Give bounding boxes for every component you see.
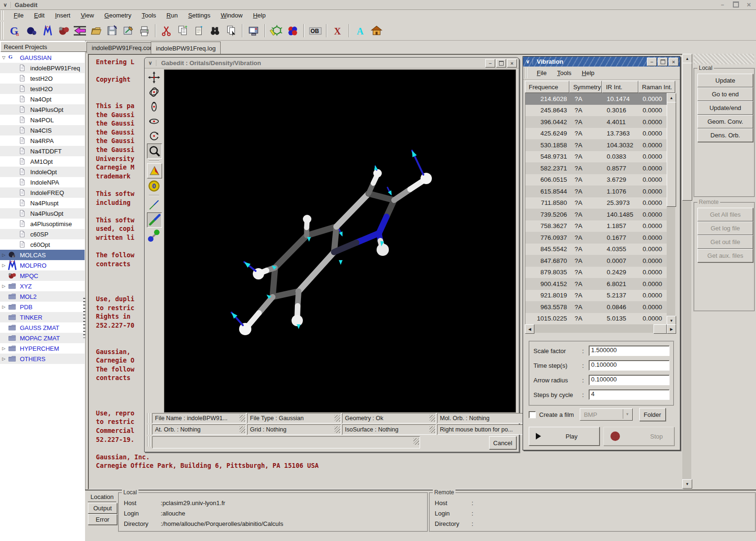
scale-factor-input[interactable]: 1.500000	[589, 346, 670, 356]
table-vscrollbar-thumb[interactable]	[667, 102, 676, 207]
dens-orb--button[interactable]: Dens. Orb.	[697, 128, 753, 142]
frequency-row[interactable]: 582.2371?A0.85770.0000	[525, 162, 667, 174]
molecule-spheres-icon[interactable]	[57, 24, 71, 38]
sidebar-item-xyz[interactable]: ▷XYZ	[0, 281, 85, 291]
sidebar-item-mopac-zmat[interactable]: MOPAC ZMAT	[0, 333, 85, 343]
close-icon[interactable]: ×	[744, 1, 754, 8]
minimize-icon[interactable]: –	[485, 59, 495, 68]
expander-open-icon[interactable]: ▽	[0, 55, 8, 60]
frequency-row[interactable]: 845.5542?A4.03550.0000	[525, 244, 667, 255]
update-end-button[interactable]: Update/end	[697, 101, 753, 115]
close-icon[interactable]: ×	[669, 58, 679, 66]
sidebar-item-others[interactable]: ▷OTHERS	[0, 354, 85, 364]
menubar-grip[interactable]	[0, 10, 4, 20]
column-header-raman-int-[interactable]: Raman Int.	[638, 81, 675, 93]
rotate-x-icon[interactable]	[147, 100, 161, 114]
export-brush-icon[interactable]	[121, 24, 135, 38]
menu-help[interactable]: Help	[248, 11, 271, 20]
sidebar-item-pdb[interactable]: ▷PDB	[0, 302, 85, 312]
scroll-down-icon[interactable]: ▼	[682, 479, 692, 489]
font-a-icon[interactable]: A	[353, 24, 368, 38]
menu-view[interactable]: View	[76, 11, 99, 20]
frequency-row[interactable]: 921.8019?A5.21370.0000	[525, 290, 667, 302]
ballstick-icon[interactable]	[147, 228, 161, 242]
sidebar-item-na4cis[interactable]: Na4CIS	[0, 125, 85, 135]
window-menu-icon[interactable]: ∨	[0, 2, 11, 8]
menu-run[interactable]: Run	[161, 11, 183, 20]
get-out-file-button[interactable]: Get out file	[697, 235, 753, 249]
sidebar-item-na4opt[interactable]: Na4Opt	[0, 94, 85, 104]
frequency-row[interactable]: 847.6870?A0.00070.0000	[525, 255, 667, 267]
sidebar-item-testh2o[interactable]: testH2O	[0, 84, 85, 94]
scroll-down-icon[interactable]: ▼	[667, 316, 676, 325]
go-to-end-button[interactable]: Go to end	[697, 87, 753, 101]
scroll-up-icon[interactable]: ▲	[682, 54, 692, 63]
vibration-menu-help[interactable]: Help	[576, 68, 600, 77]
maximize-icon[interactable]	[496, 59, 506, 68]
scroll-right-icon[interactable]: ▶	[667, 324, 676, 334]
find-icon[interactable]	[208, 24, 222, 38]
sidebar-item-c60sp[interactable]: c60SP	[0, 229, 85, 239]
maximize-icon[interactable]	[730, 1, 741, 8]
minimize-icon[interactable]: –	[717, 1, 728, 8]
gabedit-file-icon[interactable]: x	[25, 24, 39, 38]
frequency-row[interactable]: 396.0442?A4.40110.0000	[525, 116, 667, 128]
molpro-m-icon[interactable]	[41, 24, 55, 38]
menubar-grip[interactable]	[524, 68, 529, 78]
output-button[interactable]: Output	[88, 503, 117, 514]
sidebar-item-a4plusoptimise[interactable]: a4Plusoptimise	[0, 219, 85, 229]
frequency-row[interactable]: 879.8035?A0.24290.0000	[525, 267, 667, 279]
menu-geometry[interactable]: Geometry	[99, 11, 137, 20]
back-arrow-icon[interactable]	[73, 24, 87, 38]
get-all-files-button[interactable]: Get All files	[697, 208, 753, 221]
vibration-menu-file[interactable]: File	[532, 68, 552, 77]
film-format-select[interactable]: BMP ▼	[580, 408, 633, 421]
toolbar-grip[interactable]	[0, 22, 4, 40]
frequency-row[interactable]: 530.1858?A104.30320.0000	[525, 139, 667, 151]
frequency-row[interactable]: 776.0937?A0.16770.0000	[525, 232, 667, 244]
sidebar-item-na4pluspt[interactable]: Na4Pluspt	[0, 198, 85, 208]
sidebar-item-na4plusopt[interactable]: Na4PlusOpt	[0, 208, 85, 219]
rotate-free-icon[interactable]	[147, 85, 161, 99]
run-terminal-icon[interactable]	[247, 24, 261, 38]
vibration-menu-tools[interactable]: Tools	[552, 68, 576, 77]
translate-icon[interactable]	[147, 70, 161, 85]
maximize-icon[interactable]	[658, 58, 668, 66]
column-header-frequence[interactable]: Frequence	[525, 81, 569, 93]
sidebar-item-testh2o[interactable]: testH2O	[0, 73, 85, 84]
location-tab[interactable]: Location	[88, 492, 116, 502]
expander-closed-icon[interactable]: ▷	[0, 284, 8, 288]
molecule-canvas[interactable]	[164, 69, 516, 413]
solid-render-icon[interactable]	[147, 163, 162, 178]
table-hscrollbar[interactable]: ◀ ▶	[525, 324, 675, 333]
steps-by-cycle-input[interactable]: 4	[589, 389, 670, 400]
paste-icon[interactable]: *	[192, 24, 206, 38]
scroll-left-icon[interactable]: ◀	[525, 324, 534, 334]
column-header-symmetry[interactable]: Symmetry	[569, 81, 602, 93]
menu-window[interactable]: Window	[215, 11, 248, 20]
get-log-file-button[interactable]: Get log file	[697, 221, 753, 235]
error-button[interactable]: Error	[88, 514, 117, 525]
sidebar-item-indolebpw91freq[interactable]: indoleBPW91Freq	[0, 63, 85, 73]
print-icon[interactable]	[137, 24, 151, 38]
sidebar-item-gaussian[interactable]: ▽GGAUSSIAN	[0, 52, 85, 63]
window-titlebar[interactable]: ∨ Gabedit – ×	[0, 0, 756, 10]
table-vscrollbar[interactable]: ▲ ▼	[667, 93, 675, 324]
draw-geometry-icon[interactable]	[269, 24, 284, 38]
tab-indolebpw91freq-log[interactable]: indoleBPW91Freq.log	[151, 42, 221, 55]
column-header-ir-int-[interactable]: IR Int.	[602, 81, 638, 93]
time-step-s--input[interactable]: 0.100000	[589, 360, 670, 371]
sidebar-resize-handle[interactable]	[83, 298, 86, 338]
frequency-row[interactable]: 1015.0225?A5.01350.0000	[525, 313, 667, 325]
sidebar-item-molcas[interactable]: ▷sMOLCAS	[0, 250, 85, 260]
panel-grip[interactable]	[694, 54, 754, 64]
open-folder-icon[interactable]	[89, 24, 103, 38]
expander-closed-icon[interactable]: ▷	[0, 304, 8, 309]
menu-settings[interactable]: Settings	[183, 11, 215, 20]
sidebar-item-hyperchem[interactable]: ▷HYPERCHEM	[0, 343, 85, 354]
folder-button[interactable]: Folder	[639, 408, 666, 421]
menu-insert[interactable]: Insert	[50, 11, 76, 20]
stop-button[interactable]: Stop	[603, 427, 674, 446]
sidebar-item-na4plusopt[interactable]: Na4PlusOpt	[0, 104, 85, 115]
log-vscrollbar-thumb[interactable]	[682, 63, 692, 201]
